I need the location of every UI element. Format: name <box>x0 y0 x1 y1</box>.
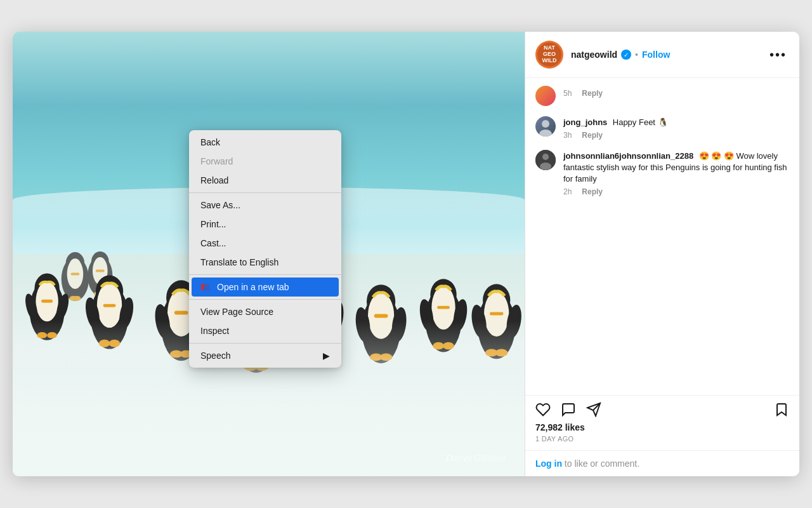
context-menu-separator-2 <box>189 274 341 275</box>
svg-point-6 <box>73 296 81 301</box>
svg-rect-81 <box>490 312 504 316</box>
comment-item: jong_johns Happy Feet 🐧 3h Reply <box>535 116 789 140</box>
image-panel: Darcey Gilchrist Back Forward Reload Sav… <box>13 32 525 476</box>
open-new-tab-icon <box>200 282 211 292</box>
context-menu-print[interactable]: Print... <box>189 215 341 234</box>
bookmark-icon <box>774 402 789 417</box>
post-header: NATGEOWILD natgeowild ✓ • Follow ••• <box>525 32 799 78</box>
comment-meta-3: 2h Reply <box>563 187 789 196</box>
svg-rect-27 <box>103 304 116 307</box>
context-menu-translate[interactable]: Translate to English <box>189 253 341 272</box>
likes-count: 72,982 likes <box>535 422 789 432</box>
comment-body-3: johnsonnlian6johnsonnlian_2288 😍 😍 😍 Wow… <box>563 150 789 196</box>
comment-reply-3[interactable]: Reply <box>582 187 603 196</box>
comment-reply-2[interactable]: Reply <box>582 131 603 140</box>
comment-button[interactable] <box>561 402 576 417</box>
comment-body-1: 5h Reply <box>563 86 789 98</box>
avatar-person-icon <box>535 116 556 137</box>
comment-avatar-3 <box>535 150 556 170</box>
comment-username-3: johnsonnlian6johnsonnlian_2288 <box>563 151 693 161</box>
login-text: to like or comment. <box>562 458 639 469</box>
context-menu-view-source[interactable]: View Page Source <box>189 302 341 321</box>
comment-avatar-2 <box>535 116 556 137</box>
svg-point-90 <box>542 120 549 128</box>
context-menu-separator-4 <box>189 343 341 344</box>
comments-area: 5h Reply jong_johns Happy Feet 🐧 <box>525 78 799 395</box>
follow-button[interactable]: Follow <box>642 50 670 60</box>
comment-meta-2: 3h Reply <box>563 131 789 140</box>
svg-point-94 <box>540 163 551 170</box>
svg-rect-63 <box>374 314 388 318</box>
svg-rect-89 <box>204 284 210 289</box>
svg-rect-72 <box>437 306 450 309</box>
dot-separator: • <box>635 50 638 60</box>
comment-meta-1: 5h Reply <box>563 89 789 98</box>
context-menu-speech[interactable]: Speech ▶ <box>189 346 341 365</box>
context-menu: Back Forward Reload Save As... Print... … <box>189 130 341 368</box>
more-options-button[interactable]: ••• <box>767 48 789 62</box>
share-button[interactable] <box>586 402 601 417</box>
header-info: natgeowild ✓ • Follow <box>571 50 759 60</box>
heart-icon <box>535 402 551 417</box>
login-area: Log in to like or comment. <box>525 450 799 476</box>
instagram-panel: NATGEOWILD natgeowild ✓ • Follow ••• 5h <box>525 32 799 476</box>
avatar-container: NATGEOWILD <box>535 41 563 69</box>
comment-reply-1[interactable]: Reply <box>582 89 603 98</box>
svg-rect-18 <box>41 300 53 303</box>
svg-rect-36 <box>174 311 188 315</box>
browser-window: Darcey Gilchrist Back Forward Reload Sav… <box>13 32 799 476</box>
context-menu-reload[interactable]: Reload <box>189 171 341 190</box>
context-menu-save-as[interactable]: Save As... <box>189 196 341 215</box>
context-menu-inspect[interactable]: Inspect <box>189 321 341 340</box>
speech-arrow-icon: ▶ <box>323 351 330 361</box>
comment-username-2: jong_johns <box>563 117 607 127</box>
comment-avatar-1 <box>535 86 556 106</box>
svg-rect-11 <box>96 270 105 272</box>
action-icons <box>535 402 789 417</box>
svg-point-91 <box>539 130 552 137</box>
bookmark-button[interactable] <box>774 402 789 417</box>
like-button[interactable] <box>535 402 551 417</box>
context-menu-cast[interactable]: Cast... <box>189 234 341 253</box>
login-link[interactable]: Log in <box>535 458 562 469</box>
comment-time-1: 5h <box>563 89 572 98</box>
comment-body-2: jong_johns Happy Feet 🐧 3h Reply <box>563 116 789 140</box>
comment-time-3: 2h <box>563 187 572 196</box>
comment-icon <box>561 402 576 417</box>
svg-point-93 <box>542 154 549 160</box>
post-time: 1 DAY AGO <box>535 435 789 443</box>
comment-text-2: Happy Feet 🐧 <box>613 117 668 127</box>
photo-watermark: Darcey Gilchrist <box>446 453 506 464</box>
comment-time-2: 3h <box>563 131 572 140</box>
comment-item: johnsonnlian6johnsonnlian_2288 😍 😍 😍 Wow… <box>535 150 789 196</box>
avatar: NATGEOWILD <box>535 41 563 69</box>
svg-rect-4 <box>71 273 80 276</box>
context-menu-separator-3 <box>189 299 341 300</box>
context-menu-back[interactable]: Back <box>189 133 341 152</box>
actions-bar: 72,982 likes 1 DAY AGO <box>525 395 799 450</box>
share-icon <box>586 402 601 417</box>
context-menu-forward: Forward <box>189 152 341 171</box>
avatar-person-icon-2 <box>535 150 556 170</box>
verified-badge: ✓ <box>621 50 631 60</box>
avatar-logo: NATGEOWILD <box>537 43 561 67</box>
context-menu-separator-1 <box>189 192 341 193</box>
post-username: natgeowild <box>571 50 617 60</box>
comment-item: 5h Reply <box>535 86 789 106</box>
context-menu-open-new-tab[interactable]: Open in a new tab <box>192 277 339 297</box>
